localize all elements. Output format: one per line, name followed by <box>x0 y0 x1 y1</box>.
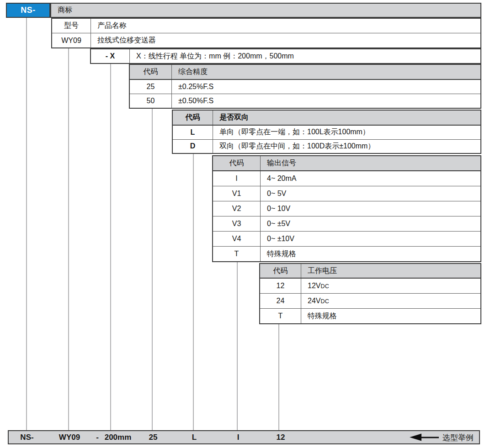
direction-value-cell: 单向（即零点在一端，如：100L表示100mm） <box>213 126 480 139</box>
table-row: V4 0~ ±10V <box>213 231 480 246</box>
accuracy-code-cell: 50 <box>130 94 172 108</box>
table-row: WY09 拉线式位移变送器 <box>52 33 480 47</box>
table-row: D 双向（即零点在中间，如：100D表示±100mm） <box>173 139 480 153</box>
arrow-shaft <box>421 437 439 438</box>
output-title-cell: 输出信号 <box>261 156 480 170</box>
connector-line <box>237 262 238 430</box>
table-row: 50 ±0.50%F.S <box>130 94 480 108</box>
example-segment: I <box>237 433 240 442</box>
model-table: 型号 产品名称 WY09 拉线式位移变送器 <box>51 18 481 48</box>
table-row: L 单向（即零点在一端，如：100L表示100mm） <box>173 126 480 139</box>
output-code-cell: V1 <box>213 186 261 201</box>
table-row: T 特殊规格 <box>213 246 480 261</box>
output-code-header-cell: 代码 <box>213 156 261 170</box>
direction-code-header-cell: 代码 <box>173 111 213 125</box>
table-row: T 特殊规格 <box>260 308 480 323</box>
accuracy-code-header-cell: 代码 <box>130 65 172 79</box>
example-segment: - <box>96 433 99 442</box>
stroke-table: - X X：线性行程 单位为：mm 例：200mm，500mm <box>90 48 481 64</box>
table-row: 24 24VDC <box>260 293 480 308</box>
example-label: 选型举例 <box>442 432 474 443</box>
voltage-code-cell: 12 <box>260 279 301 293</box>
table-row: 25 ±0.25%F.S <box>130 80 480 94</box>
table-header-row: 代码 综合精度 <box>130 65 480 80</box>
model-code-header-cell: 型号 <box>52 19 91 33</box>
arrow-left-icon <box>410 434 421 441</box>
voltage-table: 代码 工作电压 12 12VDC 24 24VDC T <box>259 263 481 324</box>
voltage-value-cell: 12VDC <box>301 279 480 293</box>
model-code-cell: WY09 <box>52 33 91 47</box>
table-header-row: 代码 是否双向 <box>173 111 480 126</box>
example-segment: L <box>192 433 197 442</box>
table-row: V2 0~ 10V <box>213 201 480 216</box>
output-value-cell: 0~ ±10V <box>261 232 480 246</box>
example-segment: 12 <box>277 433 285 442</box>
accuracy-code-cell: 25 <box>130 80 172 94</box>
example-segment: NS- <box>20 433 33 442</box>
connector-line <box>26 18 27 430</box>
output-code-cell: T <box>213 247 261 261</box>
output-value-cell: 0~ 10V <box>261 201 480 216</box>
brand-prefix-label: NS- <box>21 5 36 15</box>
connector-line <box>68 48 69 430</box>
voltage-code-header-cell: 代码 <box>260 264 301 278</box>
output-code-cell: I <box>213 171 261 186</box>
table-row: 12 12VDC <box>260 279 480 293</box>
brand-prefix-box: NS- <box>6 3 50 18</box>
example-segment: WY09 <box>59 433 80 442</box>
connector-line <box>110 64 111 430</box>
table-row: - X X：线性行程 单位为：mm 例：200mm，500mm <box>91 49 480 63</box>
direction-title-cell: 是否双向 <box>213 111 480 125</box>
model-name-cell: 拉线式位移变送器 <box>91 33 480 47</box>
table-row: 型号 产品名称 <box>52 19 480 33</box>
direction-value-cell: 双向（即零点在中间，如：100D表示±100mm） <box>213 140 480 153</box>
trademark-header: 商标 <box>50 3 481 18</box>
connector-line <box>278 324 279 430</box>
voltage-code-cell: 24 <box>260 294 301 308</box>
output-table: 代码 输出信号 I 4~ 20mA V1 0~ 5V V2 <box>212 155 481 262</box>
example-bar: NS- WY09 - 200mm 25 L I 12 选型举例 <box>8 430 480 444</box>
model-selection-diagram: NS- 商标 型号 产品名称 WY09 拉线式位移变送器 - X <box>0 0 485 448</box>
voltage-code-cell: T <box>260 309 301 323</box>
table-row: V1 0~ 5V <box>213 186 480 201</box>
accuracy-value-cell: ±0.25%F.S <box>172 80 480 94</box>
connector-line <box>152 109 153 430</box>
voltage-title-cell: 工作电压 <box>301 264 480 278</box>
output-value-cell: 0~ 5V <box>261 186 480 201</box>
output-code-cell: V2 <box>213 201 261 216</box>
direction-code-cell: D <box>173 140 213 153</box>
output-value-cell: 4~ 20mA <box>261 171 480 186</box>
stroke-description-cell: X：线性行程 单位为：mm 例：200mm，500mm <box>130 49 480 63</box>
example-segment: 200mm <box>105 433 132 442</box>
table-header-row: 代码 输出信号 <box>213 156 480 171</box>
trademark-label: 商标 <box>58 5 72 15</box>
voltage-value-cell: 特殊规格 <box>301 309 480 323</box>
accuracy-title-cell: 综合精度 <box>172 65 480 79</box>
output-code-cell: V3 <box>213 216 261 231</box>
table-row: I 4~ 20mA <box>213 171 480 186</box>
direction-table: 代码 是否双向 L 单向（即零点在一端，如：100L表示100mm） D 双向（… <box>172 110 481 154</box>
output-value-cell: 特殊规格 <box>261 247 480 261</box>
stroke-code-cell: - X <box>91 49 130 63</box>
direction-code-cell: L <box>173 126 213 139</box>
example-segment: 25 <box>149 433 158 442</box>
table-header-row: 代码 工作电压 <box>260 264 480 279</box>
accuracy-value-cell: ±0.50%F.S <box>172 94 480 108</box>
accuracy-table: 代码 综合精度 25 ±0.25%F.S 50 ±0.50%F.S <box>129 64 481 109</box>
output-value-cell: 0~ ±5V <box>261 216 480 231</box>
table-row: V3 0~ ±5V <box>213 216 480 231</box>
example-pointer: 选型举例 <box>410 432 474 443</box>
voltage-value-cell: 24VDC <box>301 294 480 308</box>
connector-line <box>193 154 194 430</box>
model-name-header-cell: 产品名称 <box>91 19 480 33</box>
output-code-cell: V4 <box>213 232 261 246</box>
